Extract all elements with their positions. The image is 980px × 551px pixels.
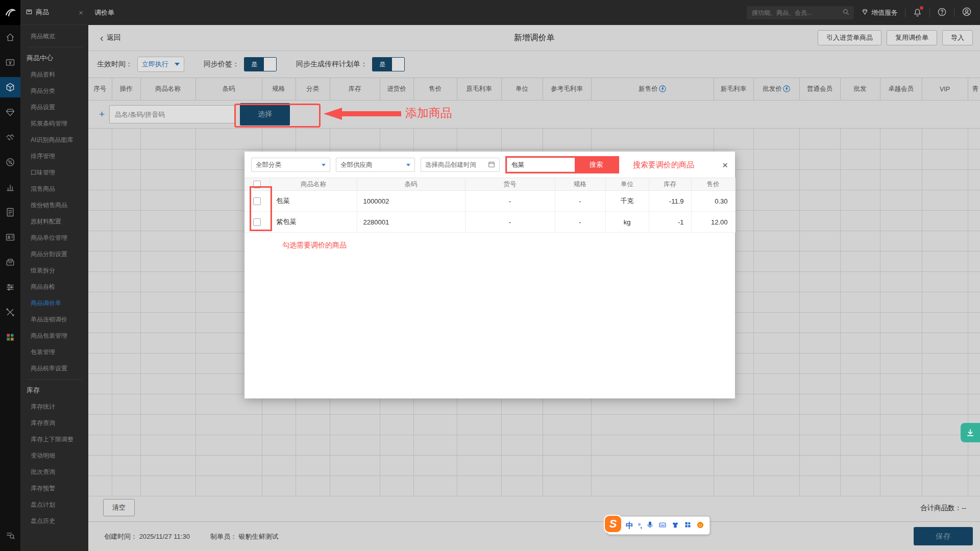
- modal-header-row: 商品名称 条码 货号 规格 单位 库存 售价: [244, 178, 735, 191]
- voice-input-icon[interactable]: [646, 521, 654, 530]
- column-header: 商品名称: [270, 178, 357, 191]
- unit-cell: 千克: [605, 191, 649, 212]
- modal-search-input[interactable]: [507, 158, 575, 172]
- table-row: 包菜 1000002 - - 千克 -11.9 0.30: [244, 191, 735, 212]
- table-row: 紫包菜 2280001 - - kg -1 12.00: [244, 212, 735, 233]
- chinese-mode-icon[interactable]: 中: [626, 521, 633, 531]
- created-date-picker[interactable]: 选择商品创建时间: [421, 158, 500, 172]
- column-header: 条码: [357, 178, 465, 191]
- category-select-value: 全部分类: [256, 161, 281, 169]
- download-float-button[interactable]: [961, 423, 980, 442]
- barcode-cell: 1000002: [357, 191, 465, 212]
- price-cell: 0.30: [691, 191, 735, 212]
- search-hint-annotation: 搜索要调价的商品: [633, 160, 694, 170]
- soft-keyboard-icon[interactable]: [658, 521, 667, 531]
- modal-product-table: 商品名称 条码 货号 规格 单位 库存 售价 包菜 1000002 - - 千克: [244, 178, 736, 233]
- product-name-cell: 包菜: [270, 191, 357, 212]
- column-header: 规格: [555, 178, 605, 191]
- chevron-down-icon: [406, 164, 410, 166]
- date-picker-placeholder: 选择商品创建时间: [425, 161, 476, 169]
- chevron-down-icon: [322, 164, 326, 166]
- supplier-select[interactable]: 全部供应商: [336, 158, 415, 172]
- punctuation-icon[interactable]: °,: [638, 522, 642, 530]
- app-window: 商品 × 商品概览商品中心商品资料商品分类商品设置拓展条码管理AI识别商品图库排…: [0, 0, 980, 551]
- close-icon[interactable]: ×: [721, 160, 729, 170]
- add-product-annotation: 添加商品: [405, 105, 452, 121]
- ime-toolbar: S 中 °,: [607, 516, 710, 535]
- spec-cell: -: [555, 191, 605, 212]
- skin-icon[interactable]: [671, 521, 679, 531]
- column-header: 单位: [605, 178, 649, 191]
- select-button-annotation-rect: [234, 104, 321, 128]
- product-name-cell: 紫包菜: [270, 212, 357, 233]
- modal-filter-bar: 全部分类 全部供应商 选择商品创建时间 搜索 搜索要调价的商品 ×: [244, 152, 735, 177]
- barcode-cell: 2280001: [357, 212, 465, 233]
- check-hint-annotation: 勾选需要调价的商品: [282, 241, 347, 250]
- supplier-select-value: 全部供应商: [340, 161, 373, 169]
- category-select[interactable]: 全部分类: [251, 158, 330, 172]
- item-no-cell: -: [465, 212, 555, 233]
- unit-cell: kg: [605, 212, 649, 233]
- search-annotation-rect: 搜索: [505, 156, 619, 173]
- column-header: 售价: [691, 178, 735, 191]
- emoji-icon[interactable]: [696, 521, 704, 531]
- stock-cell: -11.9: [649, 191, 691, 212]
- sogou-logo-icon[interactable]: S: [605, 516, 621, 532]
- checkbox-annotation-rect: [250, 186, 272, 231]
- item-no-cell: -: [465, 191, 555, 212]
- column-header: 库存: [649, 178, 691, 191]
- price-cell: 12.00: [691, 212, 735, 233]
- select-product-modal: 全部分类 全部供应商 选择商品创建时间 搜索 搜索要调价的商品 ×: [244, 152, 735, 398]
- modal-search-button[interactable]: 搜索: [575, 158, 618, 172]
- annotation-arrow: [324, 107, 401, 122]
- calendar-icon: [488, 161, 495, 169]
- stock-cell: -1: [649, 212, 691, 233]
- column-header: 货号: [465, 178, 555, 191]
- toolbox-icon[interactable]: [684, 521, 692, 530]
- spec-cell: -: [555, 212, 605, 233]
